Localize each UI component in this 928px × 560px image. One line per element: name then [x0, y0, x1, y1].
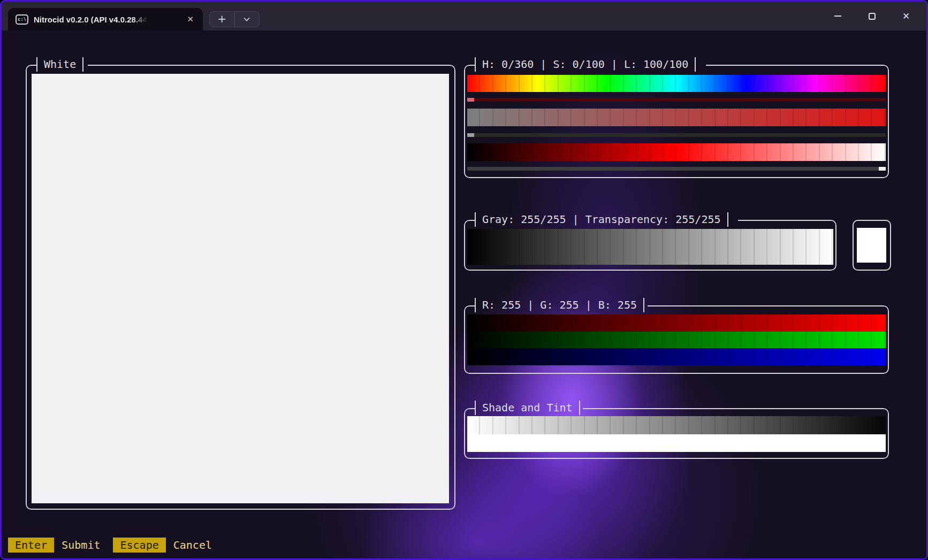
rgb-header: R: 255 | G: 255 | B: 255: [475, 298, 644, 312]
lightness-slider-thumb[interactable]: [879, 167, 886, 171]
lightness-bar[interactable]: [467, 143, 886, 161]
tab-title: Nitrocid v0.2.0 (API v4.0.28.44: [34, 16, 147, 24]
green-bar[interactable]: [467, 332, 886, 349]
blue-bar[interactable]: [467, 348, 886, 365]
submit-label: Submit: [62, 538, 100, 553]
color-preview-panel: White: [26, 65, 455, 510]
enter-key-badge[interactable]: Enter: [8, 538, 54, 553]
selected-color-swatch: [857, 228, 886, 263]
command-prompt-icon: c:\: [16, 14, 28, 25]
window-controls: ✕: [820, 2, 923, 30]
red-bar[interactable]: [467, 314, 886, 332]
titlebar: c:\ Nitrocid v0.2.0 (API v4.0.28.44 ✕ + …: [2, 2, 926, 30]
chevron-down-icon: [244, 17, 250, 21]
hsl-panel: H: 0/360 | S: 0/100 | L: 100/100: [464, 65, 889, 178]
close-button[interactable]: ✕: [889, 2, 923, 30]
gray-bar[interactable]: [467, 229, 833, 265]
tab-close-icon[interactable]: ✕: [184, 14, 196, 25]
maximize-icon: [869, 13, 876, 20]
gray-panel: Gray: 255/255 | Transparency: 255/255: [464, 220, 836, 271]
saturation-slider-thumb[interactable]: [467, 133, 474, 137]
gray-header: Gray: 255/255 | Transparency: 255/255: [475, 212, 728, 227]
hsl-header: H: 0/360 | S: 0/100 | L: 100/100: [475, 57, 696, 72]
minimize-button[interactable]: [820, 2, 855, 30]
rgb-bars: [467, 314, 886, 365]
shade-tint-panel: Shade and Tint: [464, 408, 889, 459]
lightness-slider-track[interactable]: [467, 167, 886, 171]
tab-dropdown-button[interactable]: [235, 12, 260, 27]
tab-controls: +: [209, 11, 260, 27]
shade-tint-bars: [467, 416, 886, 452]
cancel-label: Cancel: [173, 538, 212, 553]
keybinding-hints: Enter Submit Escape Cancel: [8, 538, 212, 553]
color-name-label: White: [36, 57, 83, 72]
hue-bar[interactable]: [467, 75, 886, 92]
new-tab-button[interactable]: +: [210, 11, 234, 27]
shade-bar[interactable]: [467, 416, 886, 434]
escape-key-badge[interactable]: Escape: [113, 538, 165, 553]
shade-tint-header: Shade and Tint: [475, 401, 580, 415]
selected-color-box: [853, 220, 891, 271]
terminal-tab[interactable]: c:\ Nitrocid v0.2.0 (API v4.0.28.44 ✕: [8, 8, 203, 30]
saturation-slider-track[interactable]: [467, 133, 886, 137]
minimize-icon: [834, 16, 841, 17]
maximize-button[interactable]: [855, 2, 889, 30]
tint-bar[interactable]: [467, 434, 886, 452]
terminal-content: White H: 0/360 | S: 0/100 | L: 100/100 G…: [2, 30, 926, 558]
color-preview-swatch: [32, 74, 449, 503]
rgb-panel: R: 255 | G: 255 | B: 255: [464, 305, 889, 374]
hue-slider-track[interactable]: [467, 98, 886, 102]
hue-slider-thumb[interactable]: [467, 98, 474, 102]
terminal-window: c:\ Nitrocid v0.2.0 (API v4.0.28.44 ✕ + …: [0, 0, 928, 560]
saturation-bar[interactable]: [467, 109, 886, 126]
